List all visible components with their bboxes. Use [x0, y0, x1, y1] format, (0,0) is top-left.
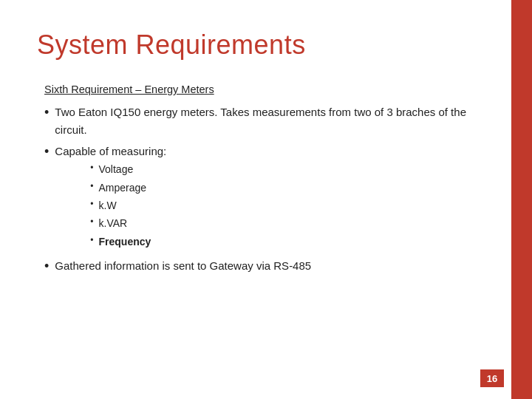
- sixth-requirement-heading: Sixth Requirement – Energy Meters: [44, 81, 495, 98]
- inner-bullet-frequency: • Frequency: [90, 233, 166, 250]
- bullet-item-2: • Capable of measuring: • Voltage • Ampe…: [44, 143, 495, 253]
- inner-bullet-dot-1: •: [90, 161, 93, 175]
- inner-bullet-text-kvar: k.VAR: [99, 215, 128, 231]
- page-number-box: 16: [479, 368, 505, 389]
- inner-bullet-text-kw: k.W: [99, 197, 117, 214]
- page-number: 16: [487, 373, 497, 384]
- inner-bullet-dot-4: •: [90, 215, 93, 229]
- bullet-item-1: • Two Eaton IQ150 energy meters. Takes m…: [44, 103, 495, 138]
- inner-bullet-text-voltage: Voltage: [99, 161, 134, 177]
- inner-bullets-list: • Voltage • Amperage • k.W • k.VAR: [90, 161, 166, 250]
- slide: System Requirements Sixth Requirement – …: [0, 0, 532, 399]
- bullet-dot-2: •: [44, 143, 49, 161]
- inner-bullet-kvar: • k.VAR: [90, 215, 166, 231]
- bullet-text-3: Gathered information is sent to Gateway …: [55, 257, 311, 274]
- slide-title: System Requirements: [37, 30, 495, 61]
- bullet-dot-1: •: [44, 103, 49, 122]
- inner-bullet-dot-2: •: [90, 180, 93, 194]
- bullet-text-1: Two Eaton IQ150 energy meters. Takes mea…: [55, 103, 495, 138]
- bullet-item-3: • Gathered information is sent to Gatewa…: [44, 257, 495, 276]
- inner-bullet-dot-3: •: [90, 197, 93, 211]
- inner-bullet-text-amperage: Amperage: [99, 180, 147, 196]
- inner-bullet-text-frequency: Frequency: [99, 233, 151, 250]
- inner-bullet-amperage: • Amperage: [90, 180, 166, 196]
- bullet-dot-3: •: [44, 257, 49, 276]
- right-accent-bar: [511, 0, 532, 399]
- inner-bullet-voltage: • Voltage: [90, 161, 166, 177]
- inner-bullet-dot-5: •: [90, 233, 93, 248]
- bullet-text-2: Capable of measuring:: [55, 145, 166, 157]
- inner-bullet-kw: • k.W: [90, 197, 166, 214]
- slide-content: Sixth Requirement – Energy Meters • Two …: [37, 81, 495, 276]
